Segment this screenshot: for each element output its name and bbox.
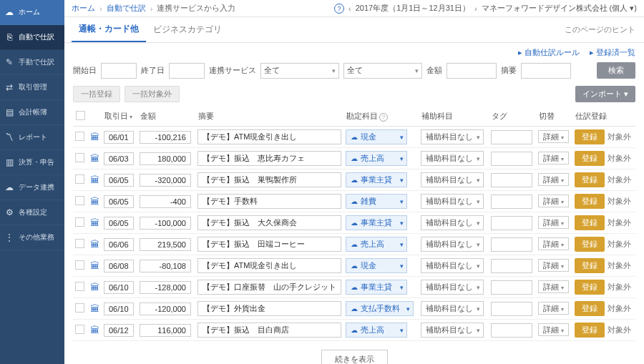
bulk-exclude-button[interactable]: 一括対象外 <box>125 86 180 102</box>
date-input[interactable]: 06/12 <box>104 324 134 337</box>
sidebar-item-settings[interactable]: ⚙各種設定 <box>0 200 64 225</box>
account-select[interactable]: 支払手数料 <box>346 301 414 316</box>
detail-button[interactable]: 詳細 <box>538 130 568 143</box>
bank-icon[interactable]: 🏛 <box>90 217 99 228</box>
bulk-register-button[interactable]: 一括登録 <box>73 86 120 102</box>
tag-input[interactable] <box>491 323 532 338</box>
exclude-button[interactable]: 対象外 <box>608 282 631 291</box>
account-select[interactable]: 雑費 <box>346 194 407 209</box>
bank-icon[interactable]: 🏛 <box>90 303 99 314</box>
account-select[interactable]: 売上高 <box>346 237 407 252</box>
detail-button[interactable]: 詳細 <box>538 173 568 186</box>
select-all-checkbox[interactable] <box>76 111 85 120</box>
desc-input[interactable]: 【デモ】手数料 <box>197 194 341 209</box>
tag-input[interactable] <box>491 280 532 295</box>
subaccount-select[interactable]: 補助科目なし <box>421 194 484 209</box>
date-input[interactable]: 06/10 <box>104 281 134 294</box>
sidebar-item-link[interactable]: ☁データ連携 <box>0 175 64 200</box>
date-input[interactable]: 06/08 <box>104 260 134 272</box>
bank-icon[interactable]: 🏛 <box>90 282 99 292</box>
exclude-button[interactable]: 対象外 <box>608 304 631 313</box>
register-button[interactable]: 登録 <box>575 215 605 230</box>
exclude-button[interactable]: 対象外 <box>608 261 631 270</box>
detail-button[interactable]: 詳細 <box>538 237 568 250</box>
page-hint[interactable]: このページのヒント <box>565 24 635 35</box>
tag-input[interactable] <box>491 152 532 166</box>
desc-input[interactable]: 【デモ】振込 目白商店 <box>197 323 341 338</box>
account-select[interactable]: 売上高 <box>346 323 407 338</box>
register-button[interactable]: 登録 <box>575 280 605 295</box>
crumb-auto[interactable]: 自動で仕訳 <box>107 3 146 14</box>
sidebar-item-report[interactable]: 〽レポート <box>0 125 64 150</box>
row-checkbox[interactable] <box>75 303 84 313</box>
exclude-button[interactable]: 対象外 <box>608 240 631 248</box>
show-more-button[interactable]: 続きを表示 <box>321 350 388 364</box>
sidebar-item-trans[interactable]: ⇄取引管理 <box>0 75 64 100</box>
exclude-button[interactable]: 対象外 <box>608 197 631 205</box>
tab-passbook[interactable]: 通帳・カード他 <box>72 17 146 42</box>
date-input[interactable]: 06/05 <box>104 174 134 187</box>
detail-button[interactable]: 詳細 <box>538 195 568 207</box>
help-icon[interactable]: ? <box>379 113 388 122</box>
exclude-button[interactable]: 対象外 <box>608 218 631 227</box>
company-select[interactable]: マネーフォワードデザイン株式会社 (個人 ▾) <box>482 3 637 14</box>
row-checkbox[interactable] <box>75 325 84 334</box>
subaccount-select[interactable]: 補助科目なし <box>421 172 484 187</box>
tag-input[interactable] <box>491 302 532 316</box>
date-input[interactable]: 06/01 <box>104 131 134 144</box>
bank-icon[interactable]: 🏛 <box>90 174 99 185</box>
detail-button[interactable]: 詳細 <box>538 302 568 315</box>
tag-input[interactable] <box>491 237 532 252</box>
row-checkbox[interactable] <box>75 239 84 248</box>
bank-icon[interactable]: 🏛 <box>90 260 99 271</box>
row-checkbox[interactable] <box>75 153 84 162</box>
row-checkbox[interactable] <box>75 217 84 227</box>
subaccount-select[interactable]: 補助科目なし <box>421 129 484 144</box>
account-select[interactable]: 事業主貸 <box>346 215 407 230</box>
crumb-home[interactable]: ホーム <box>72 3 95 14</box>
register-button[interactable]: 登録 <box>575 194 605 209</box>
exclude-button[interactable]: 対象外 <box>608 325 631 334</box>
subaccount-select[interactable]: 補助科目なし <box>421 280 484 295</box>
bank-icon[interactable]: 🏛 <box>90 239 99 250</box>
tag-input[interactable] <box>491 259 532 273</box>
chevron-right-icon[interactable]: › <box>474 4 477 13</box>
desc-input[interactable]: 【デモ】ATM現金引き出し <box>197 129 341 144</box>
row-checkbox[interactable] <box>75 132 84 141</box>
bank-icon[interactable]: 🏛 <box>90 325 99 335</box>
tag-input[interactable] <box>491 216 532 230</box>
sidebar-item-auto[interactable]: ⎘自動で仕訳 <box>0 25 64 50</box>
service-select[interactable]: 全て <box>260 63 339 79</box>
sidebar-item-manual[interactable]: ✎手動で仕訳 <box>0 50 64 75</box>
row-checkbox[interactable] <box>75 196 84 205</box>
register-button[interactable]: 登録 <box>575 323 605 338</box>
register-button[interactable]: 登録 <box>575 151 605 166</box>
detail-button[interactable]: 詳細 <box>538 323 568 336</box>
row-checkbox[interactable] <box>75 260 84 270</box>
sidebar-item-home[interactable]: ☁ホーム <box>0 0 64 25</box>
link-auto-rule[interactable]: ▸ 自動仕訳ルール <box>518 47 580 58</box>
col-date[interactable]: 取引日 <box>102 107 137 127</box>
row-checkbox[interactable] <box>75 174 84 184</box>
register-button[interactable]: 登録 <box>575 129 605 144</box>
date-input[interactable]: 06/05 <box>104 217 134 230</box>
bank-icon[interactable]: 🏛 <box>90 196 99 207</box>
detail-button[interactable]: 詳細 <box>538 259 568 272</box>
chevron-left-icon[interactable]: ‹ <box>348 4 351 13</box>
sidebar-item-other[interactable]: ⋮その他業務 <box>0 225 64 250</box>
desc-input[interactable]: 【デモ】口座振替 山の手クレジット <box>197 280 341 295</box>
tab-category[interactable]: ビジネスカテゴリ <box>146 18 229 41</box>
end-date-input[interactable] <box>169 63 205 79</box>
exclude-button[interactable]: 対象外 <box>608 154 631 162</box>
row-checkbox[interactable] <box>75 282 84 291</box>
desc-input[interactable]: 【デモ】振込 巣鴨製作所 <box>197 172 341 187</box>
register-button[interactable]: 登録 <box>575 172 605 187</box>
link-registered[interactable]: ▸ 登録済一覧 <box>590 47 635 58</box>
amount-input[interactable] <box>447 63 497 79</box>
bank-icon[interactable]: 🏛 <box>90 153 99 164</box>
account-select[interactable]: 事業主貸 <box>346 280 407 295</box>
start-date-input[interactable] <box>101 63 137 79</box>
account-select[interactable]: 現金 <box>346 258 407 273</box>
import-button[interactable]: インポート ▾ <box>575 86 635 102</box>
service-select-2[interactable]: 全て <box>343 63 422 79</box>
